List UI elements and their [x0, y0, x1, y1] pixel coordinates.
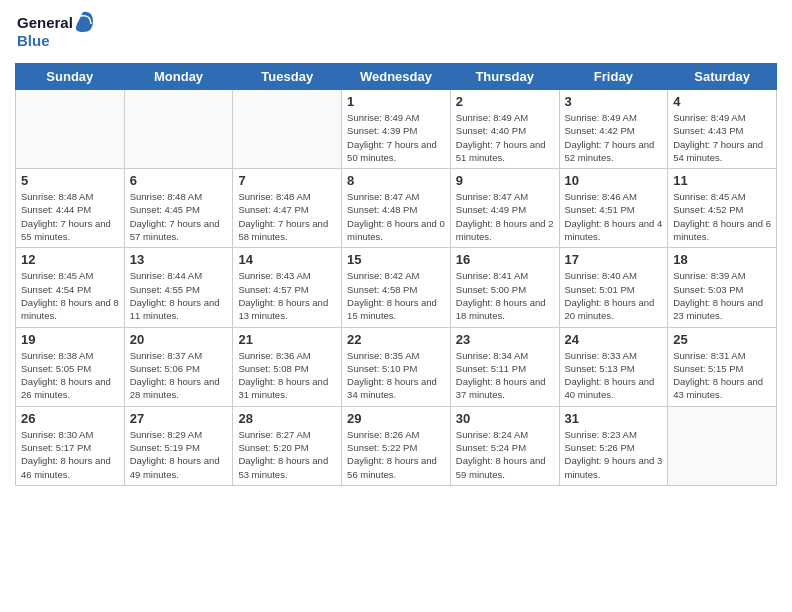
- calendar-cell: 21Sunrise: 8:36 AM Sunset: 5:08 PM Dayli…: [233, 327, 342, 406]
- calendar-cell: 15Sunrise: 8:42 AM Sunset: 4:58 PM Dayli…: [342, 248, 451, 327]
- calendar-cell: 10Sunrise: 8:46 AM Sunset: 4:51 PM Dayli…: [559, 169, 668, 248]
- day-number: 29: [347, 411, 445, 426]
- day-number: 7: [238, 173, 336, 188]
- day-info: Sunrise: 8:40 AM Sunset: 5:01 PM Dayligh…: [565, 269, 663, 322]
- day-number: 12: [21, 252, 119, 267]
- calendar-cell: 6Sunrise: 8:48 AM Sunset: 4:45 PM Daylig…: [124, 169, 233, 248]
- day-info: Sunrise: 8:24 AM Sunset: 5:24 PM Dayligh…: [456, 428, 554, 481]
- day-info: Sunrise: 8:48 AM Sunset: 4:47 PM Dayligh…: [238, 190, 336, 243]
- day-number: 6: [130, 173, 228, 188]
- logo: General Blue: [15, 10, 95, 55]
- svg-text:General: General: [17, 14, 73, 31]
- calendar-cell: 16Sunrise: 8:41 AM Sunset: 5:00 PM Dayli…: [450, 248, 559, 327]
- calendar-week-row: 1Sunrise: 8:49 AM Sunset: 4:39 PM Daylig…: [16, 90, 777, 169]
- day-info: Sunrise: 8:49 AM Sunset: 4:40 PM Dayligh…: [456, 111, 554, 164]
- day-info: Sunrise: 8:23 AM Sunset: 5:26 PM Dayligh…: [565, 428, 663, 481]
- calendar-cell: 29Sunrise: 8:26 AM Sunset: 5:22 PM Dayli…: [342, 406, 451, 485]
- calendar-table: SundayMondayTuesdayWednesdayThursdayFrid…: [15, 63, 777, 486]
- day-number: 24: [565, 332, 663, 347]
- calendar-cell: 8Sunrise: 8:47 AM Sunset: 4:48 PM Daylig…: [342, 169, 451, 248]
- header: General Blue: [15, 10, 777, 55]
- day-number: 20: [130, 332, 228, 347]
- svg-text:Blue: Blue: [17, 32, 50, 49]
- calendar-cell: 14Sunrise: 8:43 AM Sunset: 4:57 PM Dayli…: [233, 248, 342, 327]
- calendar-cell: 9Sunrise: 8:47 AM Sunset: 4:49 PM Daylig…: [450, 169, 559, 248]
- day-number: 22: [347, 332, 445, 347]
- calendar-cell: 7Sunrise: 8:48 AM Sunset: 4:47 PM Daylig…: [233, 169, 342, 248]
- weekday-header: Tuesday: [233, 64, 342, 90]
- weekday-header: Friday: [559, 64, 668, 90]
- weekday-header: Thursday: [450, 64, 559, 90]
- calendar-cell: 22Sunrise: 8:35 AM Sunset: 5:10 PM Dayli…: [342, 327, 451, 406]
- day-info: Sunrise: 8:46 AM Sunset: 4:51 PM Dayligh…: [565, 190, 663, 243]
- calendar-cell: 1Sunrise: 8:49 AM Sunset: 4:39 PM Daylig…: [342, 90, 451, 169]
- calendar-cell: 24Sunrise: 8:33 AM Sunset: 5:13 PM Dayli…: [559, 327, 668, 406]
- day-number: 1: [347, 94, 445, 109]
- day-number: 26: [21, 411, 119, 426]
- day-number: 23: [456, 332, 554, 347]
- day-info: Sunrise: 8:48 AM Sunset: 4:45 PM Dayligh…: [130, 190, 228, 243]
- calendar-cell: 23Sunrise: 8:34 AM Sunset: 5:11 PM Dayli…: [450, 327, 559, 406]
- calendar-week-row: 26Sunrise: 8:30 AM Sunset: 5:17 PM Dayli…: [16, 406, 777, 485]
- calendar-cell: [16, 90, 125, 169]
- logo-svg: General Blue: [15, 10, 95, 55]
- calendar-cell: 31Sunrise: 8:23 AM Sunset: 5:26 PM Dayli…: [559, 406, 668, 485]
- day-info: Sunrise: 8:47 AM Sunset: 4:48 PM Dayligh…: [347, 190, 445, 243]
- day-number: 21: [238, 332, 336, 347]
- calendar-cell: 28Sunrise: 8:27 AM Sunset: 5:20 PM Dayli…: [233, 406, 342, 485]
- day-info: Sunrise: 8:47 AM Sunset: 4:49 PM Dayligh…: [456, 190, 554, 243]
- calendar-cell: 17Sunrise: 8:40 AM Sunset: 5:01 PM Dayli…: [559, 248, 668, 327]
- calendar-week-row: 5Sunrise: 8:48 AM Sunset: 4:44 PM Daylig…: [16, 169, 777, 248]
- calendar-cell: 3Sunrise: 8:49 AM Sunset: 4:42 PM Daylig…: [559, 90, 668, 169]
- day-info: Sunrise: 8:48 AM Sunset: 4:44 PM Dayligh…: [21, 190, 119, 243]
- day-number: 2: [456, 94, 554, 109]
- day-number: 5: [21, 173, 119, 188]
- day-info: Sunrise: 8:45 AM Sunset: 4:52 PM Dayligh…: [673, 190, 771, 243]
- weekday-header: Sunday: [16, 64, 125, 90]
- day-number: 15: [347, 252, 445, 267]
- day-number: 28: [238, 411, 336, 426]
- weekday-header: Monday: [124, 64, 233, 90]
- day-number: 11: [673, 173, 771, 188]
- day-info: Sunrise: 8:45 AM Sunset: 4:54 PM Dayligh…: [21, 269, 119, 322]
- day-info: Sunrise: 8:38 AM Sunset: 5:05 PM Dayligh…: [21, 349, 119, 402]
- calendar-header-row: SundayMondayTuesdayWednesdayThursdayFrid…: [16, 64, 777, 90]
- calendar-cell: 27Sunrise: 8:29 AM Sunset: 5:19 PM Dayli…: [124, 406, 233, 485]
- day-info: Sunrise: 8:27 AM Sunset: 5:20 PM Dayligh…: [238, 428, 336, 481]
- day-number: 3: [565, 94, 663, 109]
- day-number: 16: [456, 252, 554, 267]
- calendar-cell: 4Sunrise: 8:49 AM Sunset: 4:43 PM Daylig…: [668, 90, 777, 169]
- calendar-cell: 19Sunrise: 8:38 AM Sunset: 5:05 PM Dayli…: [16, 327, 125, 406]
- day-info: Sunrise: 8:34 AM Sunset: 5:11 PM Dayligh…: [456, 349, 554, 402]
- weekday-header: Wednesday: [342, 64, 451, 90]
- day-info: Sunrise: 8:33 AM Sunset: 5:13 PM Dayligh…: [565, 349, 663, 402]
- day-number: 14: [238, 252, 336, 267]
- day-info: Sunrise: 8:44 AM Sunset: 4:55 PM Dayligh…: [130, 269, 228, 322]
- page: General Blue SundayMondayTuesdayWednesda…: [0, 0, 792, 612]
- calendar-cell: 11Sunrise: 8:45 AM Sunset: 4:52 PM Dayli…: [668, 169, 777, 248]
- calendar-cell: 12Sunrise: 8:45 AM Sunset: 4:54 PM Dayli…: [16, 248, 125, 327]
- calendar-week-row: 19Sunrise: 8:38 AM Sunset: 5:05 PM Dayli…: [16, 327, 777, 406]
- day-number: 30: [456, 411, 554, 426]
- calendar-cell: 20Sunrise: 8:37 AM Sunset: 5:06 PM Dayli…: [124, 327, 233, 406]
- day-info: Sunrise: 8:26 AM Sunset: 5:22 PM Dayligh…: [347, 428, 445, 481]
- day-number: 9: [456, 173, 554, 188]
- calendar-cell: [124, 90, 233, 169]
- day-number: 10: [565, 173, 663, 188]
- day-info: Sunrise: 8:37 AM Sunset: 5:06 PM Dayligh…: [130, 349, 228, 402]
- calendar-cell: 2Sunrise: 8:49 AM Sunset: 4:40 PM Daylig…: [450, 90, 559, 169]
- calendar-cell: 13Sunrise: 8:44 AM Sunset: 4:55 PM Dayli…: [124, 248, 233, 327]
- day-info: Sunrise: 8:49 AM Sunset: 4:39 PM Dayligh…: [347, 111, 445, 164]
- day-info: Sunrise: 8:35 AM Sunset: 5:10 PM Dayligh…: [347, 349, 445, 402]
- calendar-cell: 30Sunrise: 8:24 AM Sunset: 5:24 PM Dayli…: [450, 406, 559, 485]
- day-info: Sunrise: 8:49 AM Sunset: 4:42 PM Dayligh…: [565, 111, 663, 164]
- day-number: 19: [21, 332, 119, 347]
- day-number: 18: [673, 252, 771, 267]
- calendar-week-row: 12Sunrise: 8:45 AM Sunset: 4:54 PM Dayli…: [16, 248, 777, 327]
- day-info: Sunrise: 8:36 AM Sunset: 5:08 PM Dayligh…: [238, 349, 336, 402]
- day-info: Sunrise: 8:30 AM Sunset: 5:17 PM Dayligh…: [21, 428, 119, 481]
- day-number: 4: [673, 94, 771, 109]
- day-number: 13: [130, 252, 228, 267]
- calendar-cell: 18Sunrise: 8:39 AM Sunset: 5:03 PM Dayli…: [668, 248, 777, 327]
- calendar-cell: [233, 90, 342, 169]
